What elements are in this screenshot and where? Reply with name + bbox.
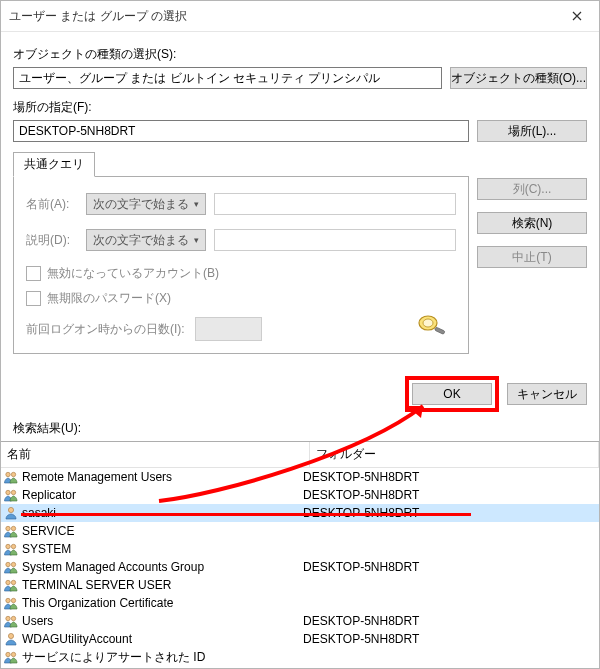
search-results-label: 検索結果(U): <box>1 420 599 441</box>
cell-folder: DESKTOP-5NH8DRT <box>303 488 597 502</box>
cell-name: サービスによりアサートされた ID <box>3 649 303 666</box>
close-icon <box>572 11 582 21</box>
name-filter-label: 名前(A): <box>26 196 78 213</box>
group-icon <box>3 541 19 557</box>
cell-name: SERVICE <box>3 523 303 539</box>
group-icon <box>3 559 19 575</box>
group-icon <box>3 523 19 539</box>
location-label: 場所の指定(F): <box>13 99 587 116</box>
cell-folder: DESKTOP-5NH8DRT <box>303 632 597 646</box>
group-icon <box>3 469 19 485</box>
name-match-value: 次の文字で始まる <box>93 196 189 213</box>
principal-name: TERMINAL SERVER USER <box>22 578 171 592</box>
titlebar: ユーザー または グループ の選択 <box>1 1 599 32</box>
cell-name: TERMINAL SERVER USER <box>3 577 303 593</box>
cell-name: Remote Management Users <box>3 469 303 485</box>
principal-name: Replicator <box>22 488 76 502</box>
grid-body[interactable]: Remote Management UsersDESKTOP-5NH8DRTRe… <box>1 468 599 668</box>
upper-pane: オブジェクトの種類の選択(S): ユーザー、グループ または ビルトイン セキュ… <box>1 32 599 354</box>
table-row[interactable]: TERMINAL SERVER USER <box>1 576 599 594</box>
name-filter-input[interactable] <box>214 193 456 215</box>
column-header-name[interactable]: 名前 <box>1 442 310 467</box>
cell-name: Users <box>3 613 303 629</box>
table-row[interactable]: SYSTEM <box>1 540 599 558</box>
group-icon <box>3 649 19 665</box>
columns-button[interactable]: 列(C)... <box>477 178 587 200</box>
disabled-accounts-label: 無効になっているアカウント(B) <box>47 265 219 282</box>
principal-name: SYSTEM <box>22 542 71 556</box>
principal-name: WDAGUtilityAccount <box>22 632 132 646</box>
principal-name: SERVICE <box>22 524 74 538</box>
table-row[interactable]: ReplicatorDESKTOP-5NH8DRT <box>1 486 599 504</box>
locations-button[interactable]: 場所(L)... <box>477 120 587 142</box>
chevron-down-icon: ▾ <box>194 199 199 209</box>
group-icon <box>3 595 19 611</box>
user-icon <box>3 505 19 521</box>
principal-name: サービスによりアサートされた ID <box>22 649 205 666</box>
cancel-button[interactable]: キャンセル <box>507 383 587 405</box>
name-match-select[interactable]: 次の文字で始まる ▾ <box>86 193 206 215</box>
cell-name: This Organization Certificate <box>3 595 303 611</box>
object-type-input[interactable]: ユーザー、グループ または ビルトイン セキュリティ プリンシパル <box>13 67 442 89</box>
table-row[interactable]: System Managed Accounts GroupDESKTOP-5NH… <box>1 558 599 576</box>
group-icon <box>3 577 19 593</box>
cell-name: System Managed Accounts Group <box>3 559 303 575</box>
noexpire-password-checkbox[interactable] <box>26 291 41 306</box>
table-row[interactable]: sasakiDESKTOP-5NH8DRT <box>1 504 599 522</box>
ok-button[interactable]: OK <box>412 383 492 405</box>
user-icon <box>3 631 19 647</box>
grid-header: 名前 フォルダー <box>1 442 599 468</box>
desc-filter-input[interactable] <box>214 229 456 251</box>
table-row[interactable]: Remote Management UsersDESKTOP-5NH8DRT <box>1 468 599 486</box>
cell-name: SYSTEM <box>3 541 303 557</box>
tab-common-queries[interactable]: 共通クエリ <box>13 152 95 177</box>
results-grid: 名前 フォルダー Remote Management UsersDESKTOP-… <box>1 441 599 668</box>
last-logon-days-label: 前回ログオン時からの日数(I): <box>26 321 185 338</box>
principal-name: Remote Management Users <box>22 470 172 484</box>
close-button[interactable] <box>554 1 599 31</box>
object-type-label: オブジェクトの種類の選択(S): <box>13 46 587 63</box>
location-value: DESKTOP-5NH8DRT <box>19 124 135 138</box>
column-header-folder[interactable]: フォルダー <box>310 442 599 467</box>
table-row[interactable]: SERVICE <box>1 522 599 540</box>
action-row: OK キャンセル <box>1 354 599 420</box>
window-title: ユーザー または グループ の選択 <box>1 8 187 25</box>
principal-name: System Managed Accounts Group <box>22 560 204 574</box>
dialog-window: ユーザー または グループ の選択 オブジェクトの種類の選択(S): ユーザー、… <box>0 0 600 669</box>
table-row[interactable]: This Organization Certificate <box>1 594 599 612</box>
ok-highlight-annotation: OK <box>405 376 499 412</box>
desc-filter-label: 説明(D): <box>26 232 78 249</box>
group-icon <box>3 487 19 503</box>
cell-folder: DESKTOP-5NH8DRT <box>303 506 597 520</box>
stop-button[interactable]: 中止(T) <box>477 246 587 268</box>
cell-name: sasaki <box>3 505 303 521</box>
table-row[interactable]: サービスによりアサートされた ID <box>1 648 599 666</box>
principal-name: sasaki <box>22 506 56 520</box>
last-logon-days-input[interactable] <box>195 317 262 341</box>
cell-folder: DESKTOP-5NH8DRT <box>303 470 597 484</box>
common-queries-group: 共通クエリ 名前(A): 次の文字で始まる ▾ 説明(D): <box>13 152 469 354</box>
side-buttons: 列(C)... 検索(N) 中止(T) <box>477 152 587 354</box>
table-row[interactable]: UsersDESKTOP-5NH8DRT <box>1 612 599 630</box>
object-type-value: ユーザー、グループ または ビルトイン セキュリティ プリンシパル <box>19 70 380 87</box>
object-types-button[interactable]: オブジェクトの種類(O)... <box>450 67 587 89</box>
noexpire-password-label: 無期限のパスワード(X) <box>47 290 171 307</box>
cell-name: WDAGUtilityAccount <box>3 631 303 647</box>
group-icon <box>3 613 19 629</box>
cell-folder: DESKTOP-5NH8DRT <box>303 614 597 628</box>
search-button[interactable]: 検索(N) <box>477 212 587 234</box>
desc-match-select[interactable]: 次の文字で始まる ▾ <box>86 229 206 251</box>
location-input[interactable]: DESKTOP-5NH8DRT <box>13 120 469 142</box>
principal-name: Users <box>22 614 53 628</box>
desc-match-value: 次の文字で始まる <box>93 232 189 249</box>
cell-name: Replicator <box>3 487 303 503</box>
disabled-accounts-checkbox[interactable] <box>26 266 41 281</box>
chevron-down-icon: ▾ <box>194 235 199 245</box>
table-row[interactable]: WDAGUtilityAccountDESKTOP-5NH8DRT <box>1 630 599 648</box>
search-icon <box>414 313 448 339</box>
principal-name: This Organization Certificate <box>22 596 173 610</box>
cell-folder: DESKTOP-5NH8DRT <box>303 560 597 574</box>
